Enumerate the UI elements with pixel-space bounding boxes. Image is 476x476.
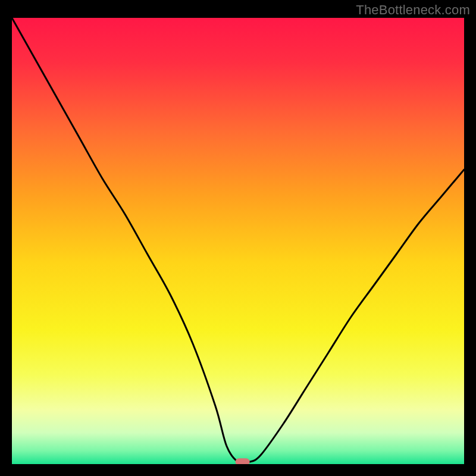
chart-frame: TheBottleneck.com <box>0 0 476 476</box>
bottleneck-chart <box>12 18 464 464</box>
plot-area <box>12 18 464 464</box>
optimal-point-marker <box>236 458 250 464</box>
watermark-text: TheBottleneck.com <box>356 2 470 18</box>
gradient-background <box>12 18 464 464</box>
